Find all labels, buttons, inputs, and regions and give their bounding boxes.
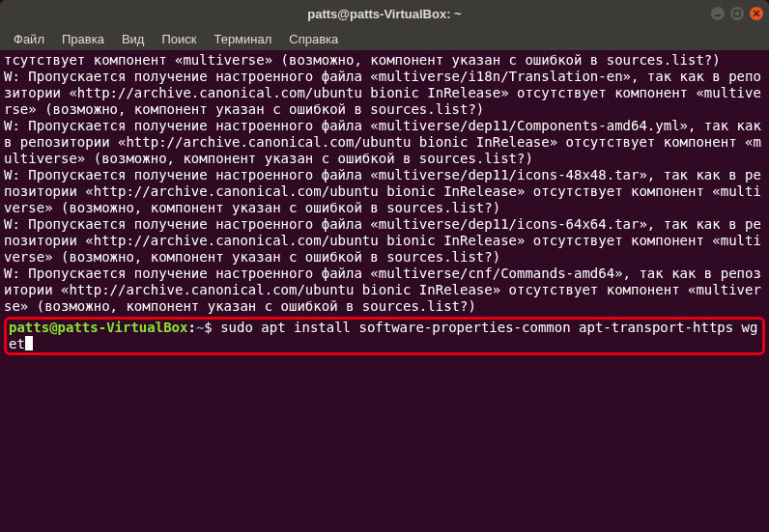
command-highlight: patts@patts-VirtualBox:~$ sudo apt insta… xyxy=(4,317,765,355)
output-line: W: Пропускается получение настроенного ф… xyxy=(4,118,769,166)
prompt-dollar: $ xyxy=(204,320,212,335)
menu-file[interactable]: Файл xyxy=(6,29,52,49)
maximize-icon xyxy=(733,10,741,17)
terminal-window: patts@patts-VirtualBox: ~ Файл Правка Ви… xyxy=(0,0,769,532)
maximize-button[interactable] xyxy=(730,7,744,20)
output-line: W: Пропускается получение настроенного ф… xyxy=(4,69,761,117)
window-title: patts@patts-VirtualBox: ~ xyxy=(307,7,461,21)
output-line: W: Пропускается получение настроенного ф… xyxy=(4,167,761,215)
svg-rect-1 xyxy=(734,11,740,16)
menu-help[interactable]: Справка xyxy=(281,29,346,49)
minimize-button[interactable] xyxy=(711,7,725,20)
prompt-user-host: patts@patts-VirtualBox xyxy=(9,320,187,335)
menu-edit[interactable]: Правка xyxy=(54,29,112,49)
close-button[interactable] xyxy=(750,7,763,20)
titlebar: patts@patts-VirtualBox: ~ xyxy=(0,0,769,27)
menu-view[interactable]: Вид xyxy=(114,29,153,49)
output-line: W: Пропускается получение настроенного ф… xyxy=(4,266,761,314)
window-controls xyxy=(711,7,763,20)
minimize-icon xyxy=(714,10,722,17)
menubar: Файл Правка Вид Поиск Терминал Справка xyxy=(0,27,769,50)
output-line: W: Пропускается получение настроенного ф… xyxy=(4,216,761,265)
close-icon xyxy=(753,10,760,17)
terminal-body[interactable]: тсутствует компонент «multiverse» (возмо… xyxy=(0,50,769,532)
output-line: тсутствует компонент «multiverse» (возмо… xyxy=(4,52,721,68)
menu-terminal[interactable]: Терминал xyxy=(206,29,279,49)
cursor xyxy=(25,336,33,350)
prompt-colon: : xyxy=(187,320,195,335)
menu-search[interactable]: Поиск xyxy=(154,29,204,49)
